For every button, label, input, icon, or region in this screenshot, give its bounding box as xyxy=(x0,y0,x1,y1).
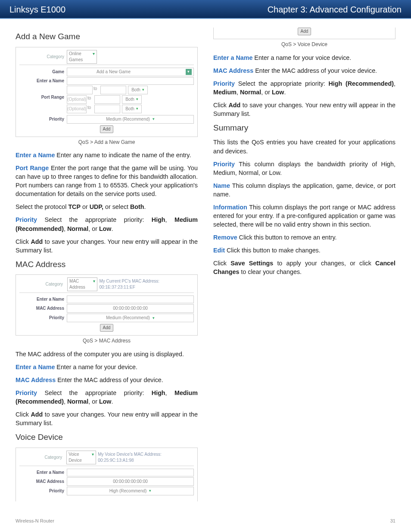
page-header: Linksys E1000 Chapter 3: Advanced Config… xyxy=(0,0,411,19)
para-summary-remove: Remove Click this button to remove an en… xyxy=(213,233,395,242)
voice-priority-dropdown[interactable]: High (Recommend) xyxy=(67,487,194,495)
mac-name-input[interactable] xyxy=(67,296,194,303)
voice-pri-label: Priority xyxy=(19,487,67,495)
header-right: Chapter 3: Advanced Configuration xyxy=(268,3,402,16)
dropdown-arrow-icon: ▾ xyxy=(186,69,192,75)
caption-mac: QoS > MAC Address xyxy=(16,337,198,345)
section-title-summary: Summary xyxy=(213,122,395,134)
footer-left: Wireless-N Router xyxy=(16,518,54,524)
port-to-3[interactable] xyxy=(94,105,120,113)
para-click-add-2: Click Add to save your changes. Your new… xyxy=(16,410,198,427)
para-voice-priority: Priority Select the appropriate priority… xyxy=(213,79,395,96)
para-priority-2: Priority Select the appropriate priority… xyxy=(16,389,198,406)
caption-voice: QoS > Voice Device xyxy=(213,41,395,48)
para-click-add-3: Click Add to save your changes. Your new… xyxy=(213,101,395,118)
fig-priority-label: Priority xyxy=(19,115,67,124)
mac-cat-label: Category xyxy=(19,280,65,288)
para-mac-name: Enter a Name Enter a name for your devic… xyxy=(16,363,198,371)
voice-name-input[interactable] xyxy=(67,469,194,476)
mac-priority-dropdown[interactable]: Medium (Recommend) xyxy=(67,314,194,322)
fig-cat-label: Category xyxy=(19,50,67,64)
port-from-1[interactable] xyxy=(67,86,93,94)
voice-name-label: Enter a Name xyxy=(19,469,67,476)
page-footer: Wireless-N Router 31 xyxy=(16,518,395,524)
proto-drop-2[interactable]: Both xyxy=(122,95,142,104)
voice-add-button[interactable]: Add xyxy=(298,28,311,35)
to-label-3: to xyxy=(87,105,94,113)
para-voice-name: Enter a Name Enter a name for your voice… xyxy=(213,53,395,62)
game-select-text: Add a New Game xyxy=(97,69,131,75)
fig-name-label: Enter a Name xyxy=(19,77,67,85)
para-mac-displayed: The MAC address of the computer you are … xyxy=(16,350,198,358)
port-to-2[interactable] xyxy=(94,95,120,104)
figure-mac: Category MAC Address My Current PC's MAC… xyxy=(16,274,198,336)
figure-add-game: Category Online Games Game Add a New Gam… xyxy=(16,47,198,137)
category-dropdown[interactable]: Online Games xyxy=(67,50,97,64)
para-voice-mac: MAC Address Enter the MAC address of you… xyxy=(213,66,395,75)
para-summary-edit: Edit Click this button to make changes. xyxy=(213,246,395,255)
name-input[interactable] xyxy=(67,77,194,85)
mac-addr-label: MAC Address xyxy=(19,304,67,313)
page-body: Add a New Game Category Online Games Gam… xyxy=(0,19,411,501)
mac-name-label: Enter a Name xyxy=(19,296,67,303)
para-summary-info: Information This column displays the por… xyxy=(213,203,395,229)
proto-drop-3[interactable]: Both xyxy=(122,105,142,113)
to-label: to xyxy=(93,86,100,94)
section-title-mac: MAC Address xyxy=(16,259,198,271)
para-priority-1: Priority Select the appropriate priority… xyxy=(16,215,198,233)
caption-add-game: QoS > Add a New Game xyxy=(16,139,198,146)
priority-dropdown[interactable]: Medium (Recommend) xyxy=(67,115,194,124)
mac-addr-input[interactable]: 00:00:00:00:00:00 xyxy=(67,304,194,313)
para-summary-priority: Priority This column displays the bandwi… xyxy=(213,160,395,177)
voice-addr-label: MAC Address xyxy=(19,477,67,486)
footer-page-number: 31 xyxy=(390,518,395,524)
header-left: Linksys E1000 xyxy=(9,3,65,16)
section-title-voice: Voice Device xyxy=(16,432,198,443)
para-mac-addr: MAC Address Enter the MAC address of you… xyxy=(16,376,198,384)
voice-cat-dropdown[interactable]: Voice Device xyxy=(66,451,96,464)
section-title-add-game: Add a New Game xyxy=(16,31,198,43)
para-protocol: Select the protocol TCP or UDP, or selec… xyxy=(16,202,198,211)
voice-addr-input[interactable]: 00:00:00:00:00:00 xyxy=(67,477,194,486)
port-opt-3a[interactable]: (Optional) xyxy=(67,105,87,113)
proto-drop-1[interactable]: Both xyxy=(128,86,148,94)
port-opt-2a[interactable]: (Optional) xyxy=(67,95,87,104)
fig-game-label: Game xyxy=(19,68,67,76)
add-button[interactable]: Add xyxy=(100,125,114,133)
mac-add-button[interactable]: Add xyxy=(100,324,114,332)
para-summary-name: Name This column displays the applicatio… xyxy=(213,181,395,199)
to-label-2: to xyxy=(87,95,94,104)
voice-mac-label: My Voice Device's MAC Address: 00:25:9C:… xyxy=(98,451,194,464)
fig-portrange-label: Port Range xyxy=(19,86,67,109)
para-port-range: Port Range Enter the port range that the… xyxy=(16,164,198,198)
port-to-1[interactable] xyxy=(100,86,126,94)
mac-pri-label: Priority xyxy=(19,314,67,322)
para-click-add-1: Click Add to save your changes. Your new… xyxy=(16,237,198,255)
mac-cat-dropdown[interactable]: MAC Address xyxy=(67,277,97,291)
para-enter-name: Enter a Name Enter any name to indicate … xyxy=(16,151,198,159)
current-mac-label: My Current PC's MAC Address: 00:1E:37:23… xyxy=(99,278,194,290)
para-summary-intro: This lists the QoS entries you have crea… xyxy=(213,138,395,155)
para-summary-save: Click Save Settings to apply your change… xyxy=(213,259,395,276)
voice-cat-label: Category xyxy=(19,454,65,461)
game-select[interactable]: Add a New Game ▾ xyxy=(67,68,194,76)
